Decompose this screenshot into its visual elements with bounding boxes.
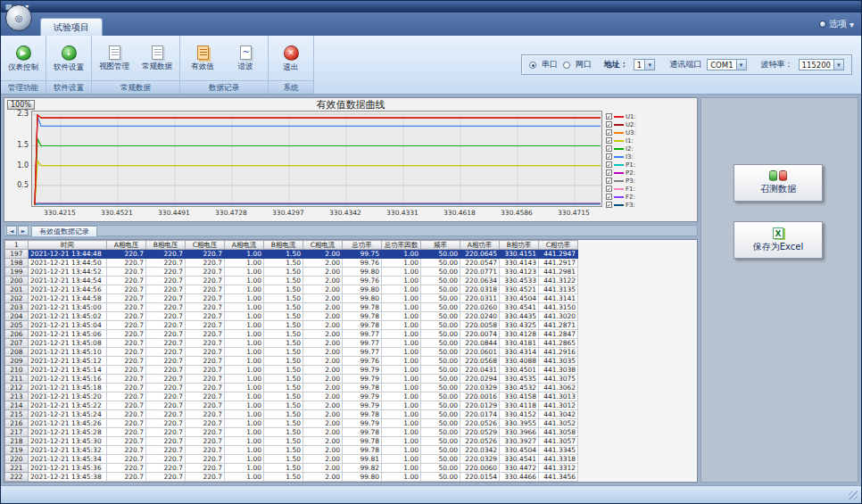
table-row[interactable]: 2032021-12-21 13:45:00220.7220.7220.71.0… — [5, 303, 578, 312]
software-settings-button[interactable]: ↓ 软件设置 — [48, 38, 89, 79]
legend-item[interactable]: ✓U2: — [606, 120, 652, 128]
address-select[interactable]: 1 ▾ — [634, 59, 655, 70]
legend-checkbox[interactable]: ✓ — [606, 178, 612, 184]
table-row[interactable]: 2122021-12-21 13:45:18220.7220.7220.71.0… — [5, 384, 578, 392]
legend-item[interactable]: ✓U3: — [606, 128, 652, 136]
table-row[interactable]: 1982021-12-21 13:44:50220.7220.7220.71.0… — [5, 259, 578, 268]
value-cell: 1.00 — [382, 339, 421, 348]
legend-item[interactable]: ✓U1: — [606, 112, 652, 120]
legend-item[interactable]: ✓I3: — [606, 153, 652, 161]
column-header[interactable]: 总功率 — [343, 241, 382, 250]
time-cell: 2021-12-21 13:45:04 — [29, 321, 107, 330]
table-row[interactable]: 2222021-12-21 13:45:38220.7220.7220.71.0… — [5, 473, 578, 482]
column-header[interactable]: B相电压 — [146, 241, 186, 250]
table-row[interactable]: 2042021-12-21 13:45:02220.7220.7220.71.0… — [5, 312, 578, 321]
legend-item[interactable]: ✓F3: — [606, 201, 652, 209]
table-row[interactable]: 2072021-12-21 13:45:08220.7220.7220.71.0… — [5, 339, 578, 348]
legend-item[interactable]: ✓P2: — [606, 169, 652, 177]
table-row[interactable]: 2202021-12-21 13:45:34220.7220.7220.71.0… — [5, 455, 578, 464]
column-header[interactable]: A相电流 — [225, 241, 264, 250]
network-radio[interactable] — [563, 62, 570, 69]
legend-checkbox[interactable]: ✓ — [606, 161, 612, 168]
tab-scroll-right-icon[interactable]: ► — [18, 226, 29, 235]
legend-item[interactable]: ✓I1: — [606, 136, 652, 145]
legend-item[interactable]: ✓I2: — [606, 145, 652, 153]
options-button[interactable]: 选项 ▾ — [819, 18, 854, 30]
table-row[interactable]: 2082021-12-21 13:45:10220.7220.7220.71.0… — [5, 348, 578, 357]
table-row[interactable]: 2142021-12-21 13:45:22220.7220.7220.71.0… — [5, 401, 578, 410]
table-row[interactable]: 2182021-12-21 13:45:30220.7220.7220.71.0… — [5, 437, 578, 446]
column-header[interactable]: 频率 — [421, 241, 460, 250]
value-cell: 2.00 — [303, 482, 343, 483]
column-header[interactable]: 时间 — [29, 241, 107, 250]
table-row[interactable]: 2012021-12-21 13:44:56220.7220.7220.71.0… — [5, 285, 578, 294]
value-cell: 220.0016 — [460, 392, 500, 401]
table-row[interactable]: 2232021-12-21 13:45:40220.7220.7220.71.0… — [5, 482, 578, 483]
exit-button[interactable]: ✕ 退出 — [270, 38, 311, 79]
regular-data-button[interactable]: 常规数据 — [137, 38, 178, 79]
legend-checkbox[interactable]: ✓ — [606, 169, 612, 176]
serial-radio[interactable] — [529, 62, 536, 69]
time-cell: 2021-12-21 13:44:48 — [29, 250, 107, 259]
row-number: 211 — [5, 375, 29, 384]
column-header[interactable]: C相功率 — [539, 241, 578, 250]
legend-item[interactable]: ✓P1: — [606, 161, 652, 169]
tab-test-project[interactable]: 试验项目 — [40, 18, 103, 36]
legend-checkbox[interactable]: ✓ — [606, 121, 612, 128]
column-header[interactable]: B相电流 — [264, 241, 303, 250]
port-select[interactable]: COM1 ▾ — [707, 59, 746, 70]
legend-checkbox[interactable]: ✓ — [606, 129, 612, 136]
table-row[interactable]: 2172021-12-21 13:45:28220.7220.7220.71.0… — [5, 428, 578, 437]
value-cell: 441.3312 — [539, 464, 578, 473]
table-row[interactable]: 2132021-12-21 13:45:20220.7220.7220.71.0… — [5, 392, 578, 401]
column-header[interactable]: 总功率因数 — [382, 241, 421, 250]
app-menu-button[interactable]: ◎ — [5, 4, 32, 31]
resize-grip[interactable] — [849, 491, 858, 500]
legend-item[interactable]: ✓F2: — [606, 193, 652, 201]
table-row[interactable]: 2092021-12-21 13:45:12220.7220.7220.71.0… — [5, 357, 578, 366]
table-row[interactable]: 2152021-12-21 13:45:24220.7220.7220.71.0… — [5, 410, 578, 419]
table-row[interactable]: 2162021-12-21 13:45:26220.7220.7220.71.0… — [5, 419, 578, 428]
value-cell: 220.7 — [107, 259, 146, 268]
tab-rms-data-record[interactable]: 有效值数据记录 — [31, 226, 97, 236]
instrument-control-button[interactable]: ▶ 仪表控制 — [3, 38, 44, 79]
column-header[interactable]: C相电压 — [186, 241, 225, 250]
column-header[interactable]: A相电压 — [107, 241, 146, 250]
save-excel-button[interactable]: X 保存为Excel — [734, 221, 823, 259]
legend-checkbox[interactable]: ✓ — [606, 202, 612, 208]
tab-scroll-left-icon[interactable]: ◄ — [6, 226, 17, 235]
table-row[interactable]: 2212021-12-21 13:45:36220.7220.7220.71.0… — [5, 464, 578, 473]
legend-checkbox[interactable]: ✓ — [606, 137, 612, 144]
legend-checkbox[interactable]: ✓ — [606, 194, 612, 200]
table-row[interactable]: 1972021-12-21 13:44:48220.7220.7220.71.0… — [5, 250, 578, 259]
legend-checkbox[interactable]: ✓ — [606, 145, 612, 152]
table-row[interactable]: 2062021-12-21 13:45:06220.7220.7220.71.0… — [5, 330, 578, 339]
app-window: ▦ ✦ ▾ ◎ 试验项目 选项 ▾ ▶ 仪表控制 管理功能 ↓ — [0, 0, 862, 504]
table-row[interactable]: 1992021-12-21 13:44:52220.7220.7220.71.0… — [5, 268, 578, 277]
rms-values-button[interactable]: 有效值 — [182, 38, 223, 79]
baud-select[interactable]: 115200 ▾ — [799, 59, 844, 70]
value-cell: 1.00 — [225, 339, 264, 348]
table-row[interactable]: 2112021-12-21 13:45:16220.7220.7220.71.0… — [5, 375, 578, 384]
table-row[interactable]: 2102021-12-21 13:45:14220.7220.7220.71.0… — [5, 366, 578, 375]
fetch-data-button[interactable]: 召测数据 — [734, 164, 823, 202]
column-header[interactable]: A相功率 — [460, 241, 500, 250]
legend-checkbox[interactable]: ✓ — [606, 186, 612, 192]
legend-checkbox[interactable]: ✓ — [606, 113, 612, 120]
table-row[interactable]: 2002021-12-21 13:44:54220.7220.7220.71.0… — [5, 277, 578, 285]
table-row[interactable]: 2052021-12-21 13:45:04220.7220.7220.71.0… — [5, 321, 578, 330]
view-manage-label: 视图管理 — [99, 62, 129, 72]
view-manage-button[interactable]: 视图管理 — [94, 38, 135, 79]
zoom-badge[interactable]: 100% — [7, 100, 35, 110]
harmonics-button[interactable]: 谐波 — [225, 38, 266, 79]
column-header[interactable]: B相功率 — [500, 241, 539, 250]
table-row[interactable]: 2022021-12-21 13:44:58220.7220.7220.71.0… — [5, 294, 578, 303]
legend-color-swatch — [614, 196, 624, 198]
table-row[interactable]: 2192021-12-21 13:45:32220.7220.7220.71.0… — [5, 446, 578, 455]
legend-checkbox[interactable]: ✓ — [606, 153, 612, 160]
column-header[interactable]: C相电流 — [303, 241, 343, 250]
value-cell: 330.4181 — [500, 339, 539, 348]
legend-item[interactable]: ✓F1: — [606, 185, 652, 193]
data-grid[interactable]: 1时间A相电压B相电压C相电压A相电流B相电流C相电流总功率总功率因数频率A相功… — [4, 239, 698, 483]
legend-item[interactable]: ✓P3: — [606, 177, 652, 185]
